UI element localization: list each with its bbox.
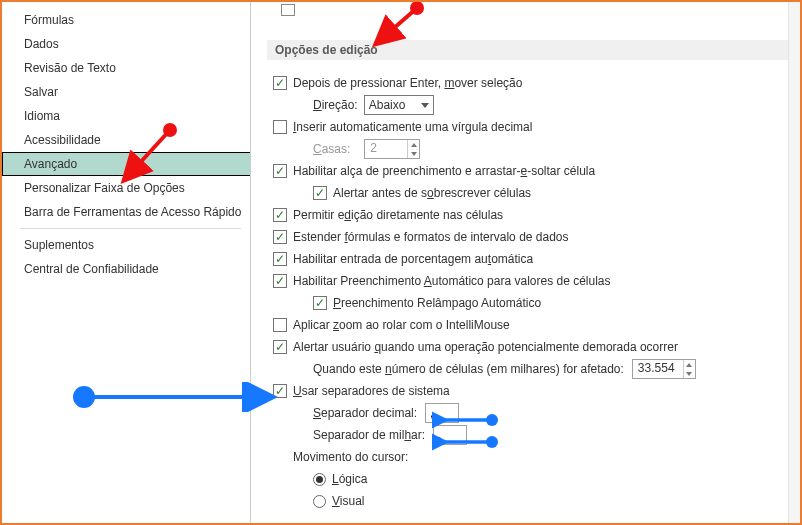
checkbox-label: Estender fórmulas e formatos de interval…: [293, 230, 569, 244]
sidebar-item-proofing[interactable]: Revisão de Texto: [2, 56, 251, 80]
checkbox[interactable]: [273, 76, 287, 90]
sidebar-item-label: Dados: [24, 37, 59, 51]
divider: [20, 228, 241, 229]
editing-options: Depois de pressionar Enter, mover seleçã…: [273, 72, 794, 512]
opt-intellimouse-zoom: Aplicar zoom ao rolar com o IntelliMouse: [273, 314, 794, 336]
checkbox[interactable]: [273, 318, 287, 332]
sidebar-item-label: Fórmulas: [24, 13, 74, 27]
cells-spinner[interactable]: 33.554: [632, 359, 696, 379]
sidebar-item-save[interactable]: Salvar: [2, 80, 251, 104]
opt-extend-formats: Estender fórmulas e formatos de interval…: [273, 226, 794, 248]
opt-alert-slow-op: Alertar usuário quando uma operação pote…: [273, 336, 794, 358]
opt-edit-in-cell: Permitir edição diretamente nas células: [273, 204, 794, 226]
checkbox[interactable]: [313, 296, 327, 310]
radio[interactable]: [313, 473, 326, 486]
checkbox[interactable]: [273, 120, 287, 134]
sidebar-item-language[interactable]: Idioma: [2, 104, 251, 128]
radio-label: Visual: [332, 494, 364, 508]
checkbox-label: Aplicar zoom ao rolar com o IntelliMouse: [293, 318, 510, 332]
checkbox-label: Permitir edição diretamente nas células: [293, 208, 503, 222]
chevron-down-icon: [421, 103, 429, 108]
sidebar-item-label: Barra de Ferramentas de Acesso Rápido: [24, 205, 241, 219]
opt-fill-handle: Habilitar alça de preenchimento e arrast…: [273, 160, 794, 182]
section-header-label: Opções de edição: [275, 43, 378, 57]
opt-decimal-separator: Separador decimal:: [273, 402, 794, 424]
checkbox[interactable]: [273, 274, 287, 288]
sidebar-item-addins[interactable]: Suplementos: [2, 233, 251, 257]
thousands-sep-label: Separador de milhar:: [313, 428, 425, 442]
sidebar-item-label: Avançado: [24, 157, 77, 171]
spinner-arrows[interactable]: [407, 140, 419, 158]
section-header-editing: Opções de edição: [267, 40, 794, 60]
thousands-sep-input[interactable]: [433, 425, 467, 445]
sidebar-item-label: Idioma: [24, 109, 60, 123]
opt-autocomplete: Habilitar Preenchimento Automático para …: [273, 270, 794, 292]
opt-move-after-enter: Depois de pressionar Enter, mover seleçã…: [273, 72, 794, 94]
sidebar-item-label: Acessibilidade: [24, 133, 101, 147]
spinner-arrows[interactable]: [683, 360, 695, 378]
checkbox-label: Habilitar alça de preenchimento e arrast…: [293, 164, 595, 178]
radio[interactable]: [313, 495, 326, 508]
checkbox[interactable]: [313, 186, 327, 200]
spinner-value: 33.554: [633, 360, 683, 378]
checkbox[interactable]: [273, 340, 287, 354]
sidebar-item-data[interactable]: Dados: [2, 32, 251, 56]
direction-label: Direção:: [313, 98, 358, 112]
sidebar-item-label: Central de Confiabilidade: [24, 262, 159, 276]
opt-cells-threshold: Quando este número de células (em milhar…: [273, 358, 794, 380]
places-label: Casas:: [313, 142, 350, 156]
places-spinner[interactable]: 2: [364, 139, 420, 159]
checkbox-label: Usar separadores de sistema: [293, 384, 450, 398]
checkbox-label: Habilitar entrada de porcentagem automát…: [293, 252, 533, 266]
select-value: Abaixo: [369, 98, 406, 112]
cursor-label: Movimento do cursor:: [293, 450, 408, 464]
decimal-sep-input[interactable]: [425, 403, 459, 423]
checkbox-label: Habilitar Preenchimento Automático para …: [293, 274, 611, 288]
opt-auto-decimal: Inserir automaticamente uma vírgula deci…: [273, 116, 794, 138]
radio-label: Lógica: [332, 472, 367, 486]
checkbox[interactable]: [273, 384, 287, 398]
checkbox-label: Preenchimento Relâmpago Automático: [333, 296, 541, 310]
opt-flash-fill: Preenchimento Relâmpago Automático: [273, 292, 794, 314]
opt-cursor-visual: Visual: [273, 490, 794, 512]
options-dialog: Fórmulas Dados Revisão de Texto Salvar I…: [0, 0, 802, 525]
checkbox[interactable]: [273, 230, 287, 244]
checkbox-label: Inserir automaticamente uma vírgula deci…: [293, 120, 532, 134]
checkbox[interactable]: [273, 164, 287, 178]
sidebar-item-label: Salvar: [24, 85, 58, 99]
opt-cursor-movement: Movimento do cursor:: [273, 446, 794, 468]
scrollbar[interactable]: [788, 2, 800, 523]
checkbox-label: Alertar antes de sobrescrever células: [333, 186, 531, 200]
opt-decimal-places: Casas: 2: [273, 138, 794, 160]
decimal-sep-label: Separador decimal:: [313, 406, 417, 420]
checkbox[interactable]: [273, 208, 287, 222]
settings-pane: Opções de edição Depois de pressionar En…: [251, 2, 800, 523]
checkbox-label: Depois de pressionar Enter, mover seleçã…: [293, 76, 522, 90]
opt-alert-overwrite: Alertar antes de sobrescrever células: [273, 182, 794, 204]
sidebar-item-label: Suplementos: [24, 238, 94, 252]
opt-use-system-separators: Usar separadores de sistema: [273, 380, 794, 402]
sidebar-item-quick-access[interactable]: Barra de Ferramentas de Acesso Rápido: [2, 200, 251, 224]
opt-percent-entry: Habilitar entrada de porcentagem automát…: [273, 248, 794, 270]
checkbox-label: Alertar usuário quando uma operação pote…: [293, 340, 678, 354]
opt-thousands-separator: Separador de milhar:: [273, 424, 794, 446]
sidebar-item-trust-center[interactable]: Central de Confiabilidade: [2, 257, 251, 281]
sidebar-item-label: Revisão de Texto: [24, 61, 116, 75]
direction-select[interactable]: Abaixo: [364, 95, 434, 115]
spinner-value: 2: [365, 140, 407, 158]
sidebar-item-customize-ribbon[interactable]: Personalizar Faixa de Opções: [2, 176, 251, 200]
sidebar-item-formulas[interactable]: Fórmulas: [2, 8, 251, 32]
opt-direction: Direção: Abaixo: [273, 94, 794, 116]
sidebar-item-label: Personalizar Faixa de Opções: [24, 181, 185, 195]
cells-label: Quando este número de células (em milhar…: [313, 362, 624, 376]
sidebar-item-accessibility[interactable]: Acessibilidade: [2, 128, 251, 152]
sidebar-item-advanced[interactable]: Avançado: [2, 152, 251, 176]
unknown-control[interactable]: [281, 4, 295, 16]
category-sidebar: Fórmulas Dados Revisão de Texto Salvar I…: [2, 2, 251, 523]
checkbox[interactable]: [273, 252, 287, 266]
opt-cursor-logical: Lógica: [273, 468, 794, 490]
